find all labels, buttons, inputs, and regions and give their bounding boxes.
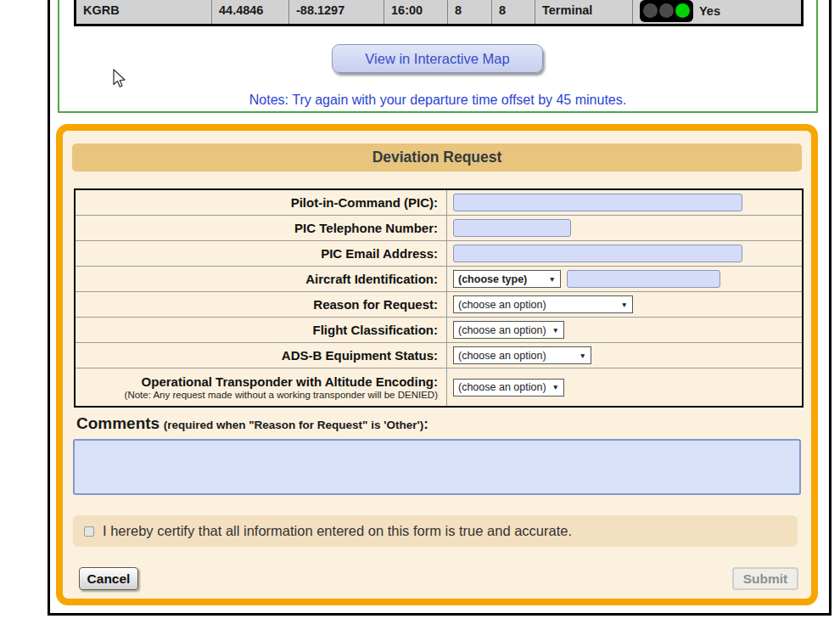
classification-label: Flight Classification: (312, 323, 438, 337)
pic-label: Pilot-in-Command (PIC): (291, 195, 438, 210)
reason-label: Reason for Request: (313, 297, 438, 312)
dropdown-arrow-icon: ▼ (621, 301, 628, 309)
comments-label: Comments (required when "Reason for Requ… (76, 414, 428, 433)
aircraft-id-label: Aircraft Identification: (305, 272, 438, 286)
table-cell-num1: 8 (448, 0, 492, 24)
form-row-aircraft: Aircraft Identification: (choose type) ▼ (76, 267, 802, 292)
table-cell-longitude: -88.1297 (289, 0, 384, 24)
traffic-light-icon (640, 0, 693, 22)
form-row-pic: Pilot-in-Command (PIC): (76, 190, 802, 216)
transponder-select[interactable]: (choose an option) ▼ (453, 379, 564, 397)
table-cell-latitude: 44.4846 (212, 0, 289, 24)
transponder-note: (Note: Any request made without a workin… (125, 390, 438, 400)
table-cell-time: 16:00 (384, 0, 448, 24)
form-title: Deviation Request (72, 143, 802, 172)
classification-select[interactable]: (choose an option) ▼ (453, 321, 564, 339)
phone-label: PIC Telephone Number: (294, 221, 438, 235)
aircraft-id-input[interactable] (567, 270, 720, 288)
comments-qualifier: (required when "Reason for Request" is '… (164, 419, 424, 431)
comments-textarea[interactable] (73, 439, 801, 495)
table-cell-status: Yes (633, 0, 801, 24)
form-row-classification: Flight Classification: (choose an option… (76, 318, 802, 343)
view-interactive-map-button[interactable]: View in Interactive Map (332, 44, 543, 73)
form-row-adsb: ADS-B Equipment Status: (choose an optio… (76, 343, 802, 368)
traffic-light-bulb-off (643, 3, 658, 18)
form-fields-table: Pilot-in-Command (PIC): PIC Telephone Nu… (74, 188, 804, 408)
form-row-email: PIC Email Address: (76, 241, 802, 267)
traffic-light-bulb-off (659, 3, 674, 18)
adsb-label: ADS-B Equipment Status: (282, 348, 438, 363)
dropdown-arrow-icon: ▼ (552, 383, 559, 391)
phone-input[interactable] (453, 219, 571, 237)
comments-title: Comments (76, 414, 160, 432)
form-row-reason: Reason for Request: (choose an option) ▼ (76, 292, 802, 318)
pic-input[interactable] (453, 194, 742, 211)
table-cell-airport: KGRB (76, 0, 212, 24)
airport-table-row: KGRB 44.4846 -88.1297 16:00 8 8 Terminal… (74, 0, 804, 26)
reason-select[interactable]: (choose an option) ▼ (453, 295, 633, 313)
dropdown-arrow-icon: ▼ (580, 352, 586, 360)
traffic-light-bulb-green (675, 3, 690, 18)
notes-text: Notes: Try again with your departure tim… (58, 93, 818, 108)
cancel-button[interactable]: Cancel (79, 567, 138, 590)
mouse-cursor-icon (111, 68, 128, 90)
certify-checkbox[interactable] (84, 526, 94, 537)
deviation-request-form: Deviation Request Pilot-in-Command (PIC)… (56, 124, 818, 605)
aircraft-type-select[interactable]: (choose type) ▼ (453, 270, 561, 288)
form-row-transponder: Operational Transponder with Altitude En… (76, 368, 802, 406)
dropdown-arrow-icon: ▼ (552, 326, 559, 335)
submit-button[interactable]: Submit (732, 567, 798, 590)
email-label: PIC Email Address: (321, 246, 438, 261)
status-label: Yes (699, 4, 720, 18)
adsb-select[interactable]: (choose an option) ▼ (453, 346, 591, 364)
certify-row: I hereby certify that all information en… (73, 515, 798, 547)
email-input[interactable] (453, 245, 742, 262)
table-cell-type: Terminal (535, 0, 633, 24)
transponder-label: Operational Transponder with Altitude En… (142, 374, 438, 389)
table-cell-num2: 8 (492, 0, 535, 24)
certify-text: I hereby certify that all information en… (103, 523, 572, 539)
form-row-phone: PIC Telephone Number: (76, 216, 802, 241)
dropdown-arrow-icon: ▼ (549, 275, 556, 284)
